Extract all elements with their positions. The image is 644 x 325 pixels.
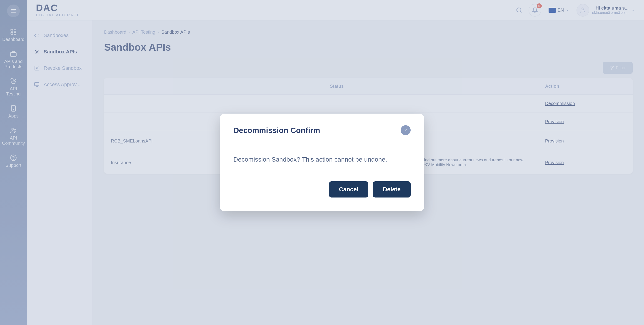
modal-header: Decommission Confirm ×	[234, 125, 410, 135]
modal-message: Decomission Sandbox? This action cannot …	[234, 156, 387, 163]
cancel-button[interactable]: Cancel	[329, 181, 368, 198]
modal-body: Decomission Sandbox? This action cannot …	[234, 151, 410, 168]
modal: Decommission Confirm × Decomission Sandb…	[220, 114, 424, 211]
modal-title: Decommission Confirm	[234, 126, 320, 135]
modal-overlay: Decommission Confirm × Decomission Sandb…	[0, 0, 644, 325]
modal-close-button[interactable]: ×	[401, 125, 410, 135]
close-icon: ×	[404, 127, 407, 133]
modal-footer: Cancel Delete	[234, 181, 410, 198]
delete-button[interactable]: Delete	[373, 181, 410, 198]
modal-divider	[220, 142, 424, 142]
